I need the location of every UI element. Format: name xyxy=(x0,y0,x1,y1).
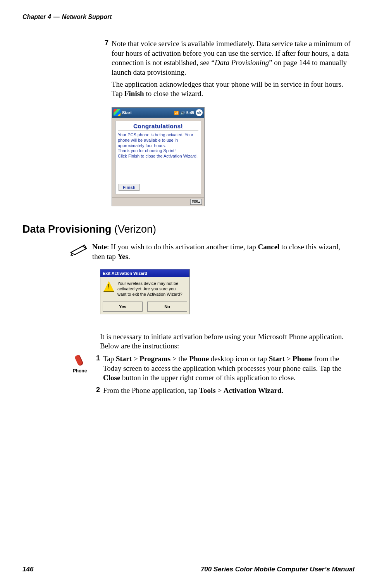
screenshot-exit-dialog: Exit Activation Wizard Your wireless dev… xyxy=(100,269,355,314)
titlebar-start: Start xyxy=(122,110,174,115)
step-number: 1 xyxy=(91,354,100,383)
section-heading-strong: Data Provisioning xyxy=(22,223,112,235)
section-heading: Data Provisioning (Verizon) xyxy=(22,223,355,235)
s1a: Tap xyxy=(103,355,116,363)
step-7: 7 Note that voice service is available i… xyxy=(100,39,355,77)
s1e: desktop icon or tap xyxy=(209,355,269,363)
step-text: Note that voice service is available imm… xyxy=(112,39,355,77)
intro-paragraph: It is necessary to initiate activation b… xyxy=(100,332,355,351)
s2b2: Activation Wizard xyxy=(224,386,282,394)
s2d: . xyxy=(282,386,284,394)
s1b5: Phone xyxy=(293,355,312,363)
s1c: > xyxy=(132,355,139,363)
header-dash: — xyxy=(53,14,60,21)
s1b2: Programs xyxy=(139,355,170,363)
step7-italic: Data Provisioning xyxy=(215,58,269,67)
phone-icon-label: Phone xyxy=(68,368,91,374)
note-yes: Yes xyxy=(117,252,128,261)
page-number: 146 xyxy=(22,566,33,573)
wizard-panel: Congratulations! Your PCS phone is being… xyxy=(115,121,201,194)
keyboard-icon[interactable]: ⌨▴ xyxy=(190,199,202,205)
dialog-yes-button[interactable]: Yes xyxy=(103,302,143,312)
step-2: 2 From the Phone application, tap Tools … xyxy=(91,386,355,396)
section-heading-light: (Verizon) xyxy=(112,223,157,235)
wizard-body-text: Your PCS phone is being acivated. Your p… xyxy=(118,132,198,159)
note-label: Note xyxy=(92,243,107,251)
note-text: Note: If you wish to do this activation … xyxy=(92,242,355,261)
note-icon xyxy=(68,242,89,261)
warning-icon xyxy=(103,281,114,292)
phone-desktop-icon: Phone xyxy=(68,354,91,398)
s1b4: Start xyxy=(269,355,285,363)
phone-step-row: Phone 1 Tap Start > Programs > the Phone… xyxy=(22,354,355,398)
step-number: 7 xyxy=(100,39,108,77)
footer-title: 700 Series Color Mobile Computer User’s … xyxy=(201,566,355,573)
dialog-titlebar: Exit Activation Wizard xyxy=(100,269,189,277)
titlebar-status: 📶 🔊 5:45 ok xyxy=(174,109,203,116)
signal-icon: 📶 xyxy=(174,111,179,115)
clock-text: 5:45 xyxy=(186,111,194,115)
dialog-message: Your wireless device may not be activate… xyxy=(117,281,186,297)
page-footer: 146 700 Series Color Mobile Computer Use… xyxy=(22,566,355,573)
note-c: . xyxy=(128,252,130,261)
step-number: 2 xyxy=(91,386,100,396)
step-text: Tap Start > Programs > the Phone desktop… xyxy=(103,354,355,383)
s1f: > xyxy=(285,355,293,363)
header-chapter: Chapter 4 xyxy=(22,14,51,21)
step-text: From the Phone application, tap Tools > … xyxy=(103,386,283,396)
s1h: button in the upper right corner of this… xyxy=(120,374,296,382)
s1b1: Start xyxy=(116,355,132,363)
step-1: 1 Tap Start > Programs > the Phone deskt… xyxy=(91,354,355,383)
device-bottombar: ⌨▴ xyxy=(112,197,204,206)
screenshot-activation-finish: Start 📶 🔊 5:45 ok Congratulations! Your … xyxy=(112,107,355,206)
step7c-post: to close the wizard. xyxy=(144,89,203,98)
s1b6: Close xyxy=(103,374,120,382)
step7c-bold: Finish xyxy=(124,89,144,98)
finish-button[interactable]: Finish xyxy=(119,184,139,191)
phone-handset-icon xyxy=(75,354,85,367)
s2a: From the Phone application, tap xyxy=(103,386,199,394)
note-a: : If you wish to do this activation anot… xyxy=(107,243,258,251)
step-7-cont: The application acknowledges that your p… xyxy=(112,80,355,99)
dialog-no-button[interactable]: No xyxy=(147,302,187,312)
s2c: > xyxy=(216,386,224,394)
note-cancel: Cancel xyxy=(258,243,279,251)
windows-flag-icon xyxy=(114,109,121,116)
s2b1: Tools xyxy=(199,386,216,394)
note-block: Note: If you wish to do this activation … xyxy=(22,242,355,261)
speaker-icon: 🔊 xyxy=(180,111,185,115)
device-titlebar: Start 📶 🔊 5:45 ok xyxy=(112,108,204,118)
s1d: > the xyxy=(170,355,189,363)
s1b3: Phone xyxy=(189,355,209,363)
header-title: Network Support xyxy=(62,14,112,21)
running-header: Chapter 4 — Network Support xyxy=(22,14,355,21)
wizard-heading: Congratulations! xyxy=(118,123,198,131)
ok-button[interactable]: ok xyxy=(196,109,203,116)
